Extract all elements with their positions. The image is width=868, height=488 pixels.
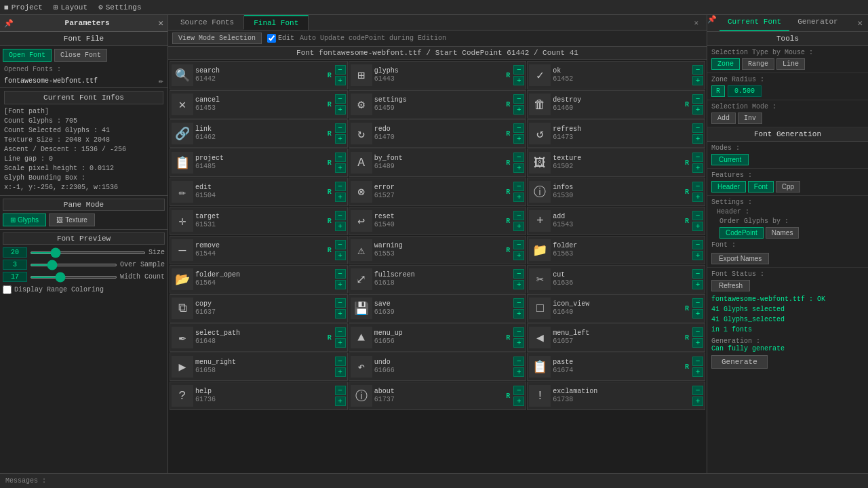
glyph-increment-button[interactable]: +: [692, 163, 703, 173]
glyph-increment-button[interactable]: +: [513, 280, 524, 289]
close-font-button[interactable]: Close Font: [54, 49, 107, 62]
glyph-increment-button[interactable]: +: [692, 222, 703, 231]
glyph-cell[interactable]: ▲menu_up61656R−+: [349, 323, 527, 352]
codepoint-order-button[interactable]: CodePoint: [719, 227, 764, 239]
glyph-increment-button[interactable]: +: [513, 163, 524, 173]
glyph-cell[interactable]: +add61543R−+: [527, 207, 705, 235]
glyph-cell[interactable]: ↩reset61540R−+: [349, 207, 527, 235]
glyph-increment-button[interactable]: +: [335, 338, 346, 348]
glyph-decrement-button[interactable]: −: [692, 357, 703, 366]
header-feature-button[interactable]: Header: [711, 181, 746, 192]
glyph-cell[interactable]: ↻redo61470R−+: [349, 119, 527, 148]
display-range-checkbox[interactable]: [3, 285, 12, 294]
tab-current-font[interactable]: Current Font: [719, 15, 789, 31]
glyph-increment-button[interactable]: +: [335, 192, 346, 202]
glyph-decrement-button[interactable]: −: [513, 298, 524, 308]
glyph-decrement-button[interactable]: −: [335, 182, 346, 191]
glyph-increment-button[interactable]: +: [692, 280, 703, 289]
oversample-slider[interactable]: [30, 264, 117, 266]
glyph-increment-button[interactable]: +: [692, 309, 703, 319]
glyph-cell[interactable]: !exclamation61738−+: [527, 382, 705, 410]
glyph-cell[interactable]: ⚙settings61459R−+: [349, 90, 527, 119]
glyph-increment-button[interactable]: +: [692, 105, 703, 115]
glyph-decrement-button[interactable]: −: [335, 298, 346, 308]
glyph-cell[interactable]: 🔗link61462R−+: [170, 119, 348, 148]
font-feature-button[interactable]: Font: [748, 181, 774, 192]
glyph-increment-button[interactable]: +: [513, 134, 524, 144]
glyph-decrement-button[interactable]: −: [513, 123, 524, 133]
glyph-decrement-button[interactable]: −: [692, 269, 703, 279]
generate-button[interactable]: Generate: [711, 355, 768, 369]
current-mode-button[interactable]: Current: [711, 154, 749, 165]
add-mode-button[interactable]: Add: [711, 113, 736, 124]
glyph-increment-button[interactable]: +: [692, 76, 703, 85]
range-button[interactable]: Range: [742, 58, 774, 70]
export-names-button[interactable]: Export Names: [711, 253, 769, 264]
glyph-decrement-button[interactable]: −: [513, 94, 524, 104]
glyph-increment-button[interactable]: +: [513, 251, 524, 260]
glyph-decrement-button[interactable]: −: [335, 123, 346, 133]
glyph-cell[interactable]: ◀menu_left61657R−+: [527, 323, 705, 352]
glyph-decrement-button[interactable]: −: [513, 182, 524, 191]
menu-layout[interactable]: ⊞ Layout: [54, 3, 87, 12]
texture-pane-button[interactable]: 🖼 Texture: [49, 214, 95, 226]
size-slider[interactable]: [30, 251, 146, 254]
glyph-increment-button[interactable]: +: [335, 280, 346, 289]
glyph-decrement-button[interactable]: −: [335, 152, 346, 162]
glyph-cell[interactable]: 🖼texture61502R−+: [527, 148, 705, 177]
glyph-cell[interactable]: ✒select_path61648R−+: [170, 323, 348, 352]
glyph-cell[interactable]: ⓘabout61737R−+: [349, 382, 527, 410]
glyph-increment-button[interactable]: +: [513, 367, 524, 377]
glyph-decrement-button[interactable]: −: [692, 123, 703, 133]
glyph-increment-button[interactable]: +: [692, 338, 703, 348]
menu-settings[interactable]: ⚙ Settings: [98, 3, 141, 12]
glyph-cell[interactable]: ✛target61531R−+: [170, 207, 348, 235]
glyph-cell[interactable]: ⊞glyphs61443R−+: [349, 61, 527, 89]
glyph-increment-button[interactable]: +: [335, 367, 346, 377]
glyph-cell[interactable]: ✓ok61452−+: [527, 61, 705, 89]
glyph-cell[interactable]: 🗑destroy61460R−+: [527, 90, 705, 119]
glyph-increment-button[interactable]: +: [335, 396, 346, 406]
glyph-cell[interactable]: Aby_font61489R−+: [349, 148, 527, 177]
glyph-decrement-button[interactable]: −: [513, 386, 524, 395]
glyph-increment-button[interactable]: +: [513, 338, 524, 348]
glyph-decrement-button[interactable]: −: [692, 240, 703, 249]
glyph-increment-button[interactable]: +: [692, 367, 703, 377]
glyph-increment-button[interactable]: +: [335, 163, 346, 173]
right-panel-close[interactable]: ✕: [852, 15, 868, 31]
glyph-decrement-button[interactable]: −: [692, 65, 703, 75]
glyph-cell[interactable]: 📋paste61674R−+: [527, 352, 705, 381]
cpp-feature-button[interactable]: Cpp: [776, 181, 800, 192]
tab-generator[interactable]: Generator: [789, 15, 846, 31]
glyph-increment-button[interactable]: +: [513, 192, 524, 202]
inv-mode-button[interactable]: Inv: [738, 113, 762, 124]
edit-checkbox[interactable]: [267, 34, 276, 43]
glyph-cell[interactable]: 📁folder61563−+: [527, 236, 705, 264]
glyph-decrement-button[interactable]: −: [513, 269, 524, 279]
glyph-decrement-button[interactable]: −: [335, 94, 346, 104]
glyph-increment-button[interactable]: +: [335, 251, 346, 260]
glyph-cell[interactable]: ✂cut61636−+: [527, 265, 705, 293]
glyph-increment-button[interactable]: +: [513, 76, 524, 85]
menu-project[interactable]: ◼ Project: [4, 3, 43, 12]
zone-radius-value[interactable]: 0.500: [728, 85, 762, 97]
glyph-decrement-button[interactable]: −: [513, 327, 524, 337]
glyph-cell[interactable]: ⚠warning61553R−+: [349, 236, 527, 264]
glyph-cell[interactable]: ↶undo61666−+: [349, 352, 527, 381]
glyph-decrement-button[interactable]: −: [335, 357, 346, 366]
glyph-cell[interactable]: □icon_view61640R−+: [527, 294, 705, 323]
tab-source-fonts[interactable]: Source Fonts: [171, 16, 244, 29]
glyph-cell[interactable]: 💾save61639−+: [349, 294, 527, 323]
glyph-increment-button[interactable]: +: [513, 105, 524, 115]
glyph-increment-button[interactable]: +: [513, 309, 524, 319]
glyph-decrement-button[interactable]: −: [692, 182, 703, 191]
names-order-button[interactable]: Names: [766, 227, 800, 239]
glyph-decrement-button[interactable]: −: [335, 386, 346, 395]
parameters-close-btn[interactable]: ✕: [158, 18, 163, 28]
open-font-button[interactable]: Open Font: [3, 49, 52, 62]
glyph-cell[interactable]: ?help61736−+: [170, 382, 348, 410]
glyph-cell[interactable]: 🔍search61442R−+: [170, 61, 348, 89]
glyph-decrement-button[interactable]: −: [513, 211, 524, 220]
glyph-decrement-button[interactable]: −: [692, 386, 703, 395]
glyph-increment-button[interactable]: +: [335, 76, 346, 85]
